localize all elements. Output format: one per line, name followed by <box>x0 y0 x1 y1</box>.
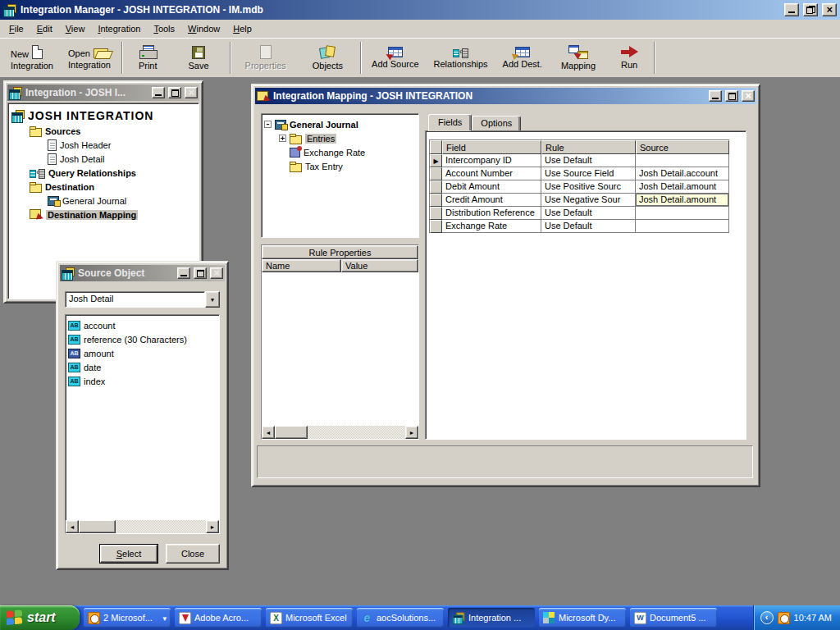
taskbar-item-browser[interactable]: aocSolutions... <box>357 608 444 628</box>
close-button[interactable] <box>822 3 837 16</box>
rp-column-value[interactable]: Value <box>341 259 418 272</box>
cell-field[interactable]: Intercompany ID <box>442 154 541 167</box>
collapse-box[interactable] <box>264 121 272 128</box>
cell-rule[interactable]: Use Default <box>541 154 636 167</box>
scroll-right-arrow[interactable]: ► <box>206 520 219 533</box>
tree-item-josh-header[interactable]: Josh Header <box>11 138 195 152</box>
relationships-button[interactable]: Relationships <box>427 39 495 76</box>
list-item-date[interactable]: date <box>68 360 217 374</box>
close-button[interactable] <box>185 87 198 98</box>
tree-item-root[interactable]: JOSH INTEGRATION <box>11 107 195 124</box>
taskbar-item-integration[interactable]: Integration ... <box>448 608 535 628</box>
add-source-button[interactable]: Add Source <box>364 39 426 76</box>
taskbar-item-acrobat[interactable]: Adobe Acro... <box>175 608 262 628</box>
taskbar-item-dynamics[interactable]: Microsoft Dy... <box>539 608 626 628</box>
main-titlebar[interactable]: Integration Manager - JOSH INTEGRATION -… <box>0 0 840 20</box>
group-dropdown-icon[interactable] <box>162 613 167 623</box>
cell-rule[interactable]: Use Default <box>541 207 636 220</box>
hide-icons-chevron[interactable] <box>760 611 774 624</box>
maximize-button[interactable] <box>168 87 181 98</box>
menu-view[interactable]: View <box>59 21 92 37</box>
rp-column-name[interactable]: Name <box>262 259 341 272</box>
save-button[interactable]: Save <box>171 39 227 76</box>
tray-clock-icon[interactable] <box>778 612 790 624</box>
row-selector[interactable] <box>430 194 442 207</box>
maximize-button[interactable] <box>725 90 738 102</box>
tree-item-query-relationships[interactable]: Query Relationships <box>11 166 195 180</box>
menu-window[interactable]: Window <box>181 21 226 37</box>
taskbar-item-word[interactable]: Document5 ... <box>630 608 717 628</box>
expand-box[interactable] <box>279 135 286 142</box>
source-object-window[interactable]: Source Object Josh Detail ▼ account <box>56 261 229 570</box>
tree-item-general-journal[interactable]: General Journal <box>264 117 416 131</box>
dropdown-value[interactable]: Josh Detail <box>65 291 205 308</box>
taskbar-item-group[interactable]: 2 Microsof... <box>84 608 171 628</box>
row-selector[interactable] <box>430 167 442 180</box>
cell-rule[interactable]: Use Positive Sourc <box>541 180 636 194</box>
list-item-amount[interactable]: amount <box>68 346 217 360</box>
tree-item-destination[interactable]: Destination <box>11 180 195 194</box>
menu-integration[interactable]: Integration <box>91 21 147 37</box>
add-destination-button[interactable]: Add Dest. <box>495 39 550 76</box>
list-item-account[interactable]: account <box>68 318 217 332</box>
menu-edit[interactable]: Edit <box>30 21 59 37</box>
cell-field[interactable]: Debit Amount <box>442 180 541 194</box>
cell-rule[interactable]: Use Negative Sour <box>541 194 636 207</box>
source-object-titlebar[interactable]: Source Object <box>60 265 225 281</box>
grid-column-rule[interactable]: Rule <box>541 140 636 154</box>
scroll-left-arrow[interactable]: ◄ <box>262 426 275 439</box>
run-button[interactable]: Run <box>607 39 651 76</box>
tree-item-tax-entry[interactable]: Tax Entry <box>264 159 416 173</box>
menu-help[interactable]: Help <box>226 21 258 37</box>
row-selector[interactable] <box>430 207 442 220</box>
dropdown-arrow-icon[interactable]: ▼ <box>205 291 220 308</box>
minimize-button[interactable] <box>152 87 165 98</box>
close-button[interactable]: Close <box>166 544 220 564</box>
row-selector[interactable] <box>430 220 442 233</box>
close-button[interactable] <box>210 267 223 279</box>
cell-source[interactable] <box>636 154 729 167</box>
cell-field[interactable]: Account Number <box>442 167 541 180</box>
tree-item-exchange-rate[interactable]: Exchange Rate <box>264 145 416 159</box>
minimize-button[interactable] <box>709 90 722 102</box>
minimize-button[interactable] <box>177 267 190 279</box>
cell-source[interactable] <box>636 207 729 220</box>
cell-field[interactable]: Credit Amount <box>442 194 541 207</box>
mapping-window-titlebar[interactable]: Integration Mapping - JOSH INTEGRATION <box>255 88 756 104</box>
print-button[interactable]: Print <box>126 39 171 76</box>
tree-item-sources[interactable]: Sources <box>11 124 195 138</box>
rule-properties-hscrollbar[interactable]: ◄ ► <box>262 426 418 439</box>
cell-field[interactable]: Exchange Rate <box>442 220 541 233</box>
integration-mapping-window[interactable]: Integration Mapping - JOSH INTEGRATION G… <box>251 84 760 487</box>
maximize-button[interactable] <box>194 267 207 279</box>
taskbar-item-excel[interactable]: Microsoft Excel <box>266 608 353 628</box>
row-selector-current[interactable] <box>430 154 442 167</box>
cell-field[interactable]: Distribution Reference <box>442 207 541 220</box>
mapping-button[interactable]: Mapping <box>550 39 607 76</box>
tree-item-destination-mapping[interactable]: Destination Mapping <box>11 208 195 221</box>
objects-button[interactable]: Objects <box>298 39 358 76</box>
field-list-hscrollbar[interactable]: ◄ ► <box>66 520 219 533</box>
tree-item-entries[interactable]: Entries <box>264 131 416 145</box>
scroll-thumb[interactable] <box>79 520 116 533</box>
scroll-left-arrow[interactable]: ◄ <box>66 520 79 533</box>
open-integration-button[interactable]: Open Integration <box>61 39 119 76</box>
menu-tools[interactable]: Tools <box>147 21 181 37</box>
integration-window-titlebar[interactable]: Integration - JOSH I... <box>7 84 199 101</box>
grid-column-source[interactable]: Source <box>636 140 729 154</box>
list-item-reference[interactable]: reference (30 Characters) <box>68 332 217 346</box>
menu-file[interactable]: File <box>2 21 30 37</box>
restore-button[interactable] <box>803 3 818 16</box>
source-object-dropdown[interactable]: Josh Detail ▼ <box>65 291 220 308</box>
scroll-right-arrow[interactable]: ► <box>405 426 418 439</box>
new-integration-button[interactable]: New Integration <box>3 39 61 76</box>
cell-source[interactable]: Josh Detail.account <box>636 167 729 180</box>
select-button[interactable]: Select <box>100 545 158 563</box>
cell-source[interactable] <box>636 220 729 233</box>
scroll-thumb[interactable] <box>275 426 308 439</box>
cell-source[interactable]: Josh Detail.amount <box>636 180 729 194</box>
cell-rule[interactable]: Use Default <box>541 220 636 233</box>
tab-fields[interactable]: Fields <box>428 114 472 131</box>
start-button[interactable]: start <box>0 605 80 630</box>
tab-options[interactable]: Options <box>472 116 521 131</box>
